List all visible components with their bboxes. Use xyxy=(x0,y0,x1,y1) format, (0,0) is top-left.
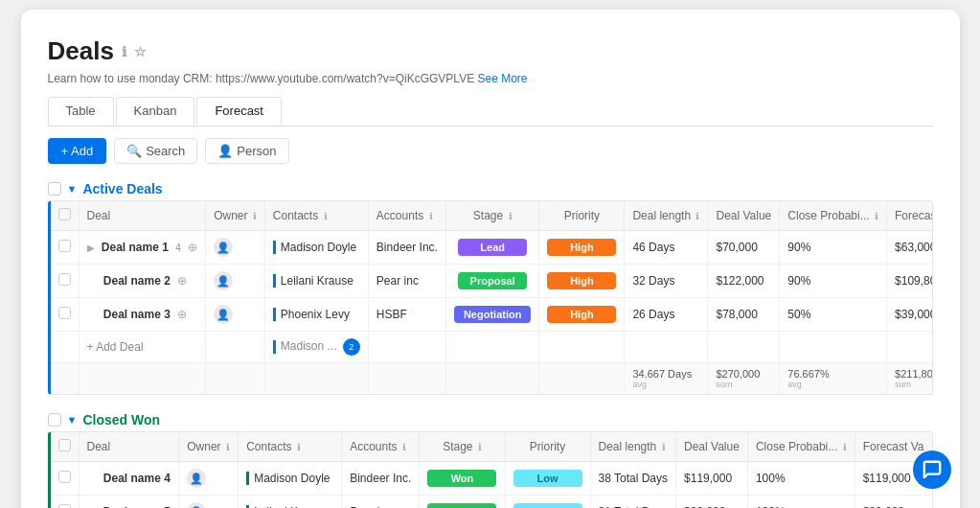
stage-badge[interactable]: Negotiation xyxy=(454,306,532,323)
search-button[interactable]: 🔍 Search xyxy=(114,138,197,164)
accounts-cell: Bindeer Inc. xyxy=(368,231,445,265)
contacts-cell[interactable]: Madison Doyle xyxy=(264,231,368,265)
deal-name[interactable]: Deal name 2 xyxy=(103,274,171,288)
row-checkbox[interactable] xyxy=(58,307,71,319)
star-icon[interactable]: ☆ xyxy=(134,44,147,59)
tab-table[interactable]: Table xyxy=(48,97,114,126)
deal-name-cell: Deal name 4 xyxy=(79,462,179,496)
stage-cell[interactable]: Won xyxy=(420,462,505,496)
active-deals-chevron[interactable]: ▼ xyxy=(67,183,78,195)
deal-name[interactable]: Deal name 1 xyxy=(102,241,169,254)
priority-cell[interactable]: High xyxy=(539,265,625,298)
summary-row-active: 34.667 Daysavg $270,000sum 76.667%avg $2… xyxy=(51,363,933,395)
tab-kanban[interactable]: Kanban xyxy=(116,97,195,126)
th-owner-won: Owner ℹ xyxy=(179,432,239,462)
help-button[interactable] xyxy=(913,450,951,489)
th-value-won: Deal Value xyxy=(676,432,748,462)
accounts-cell: Pear inc xyxy=(342,496,420,509)
stage-badge[interactable]: Won xyxy=(427,503,496,508)
length-cell: 46 Days xyxy=(625,231,708,265)
th-stage-won: Stage ℹ xyxy=(420,432,505,462)
add-button[interactable]: + Add xyxy=(48,138,107,164)
page-title: Deals xyxy=(48,36,114,66)
th-prob-won: Close Probabi... ℹ xyxy=(747,432,855,462)
deal-name-cell: ▶ Deal name 1 4 ⊕ xyxy=(79,231,206,265)
owner-cell: 👤 xyxy=(206,231,265,265)
owner-cell: 👤 xyxy=(206,298,265,332)
contacts-cell[interactable]: Leilani Krause xyxy=(239,496,342,509)
contacts-cell[interactable]: Phoenix Levy xyxy=(264,298,368,332)
tab-forecast[interactable]: Forecast xyxy=(196,97,282,126)
row-checkbox[interactable] xyxy=(58,504,71,508)
active-deals-checkbox[interactable] xyxy=(48,182,61,196)
add-person-icon[interactable]: ⊕ xyxy=(177,308,187,321)
forecast-cell: $89,000 xyxy=(855,496,931,509)
th-deal-active: Deal xyxy=(79,201,206,231)
row-checkbox[interactable] xyxy=(58,471,71,483)
info-icon[interactable]: ℹ xyxy=(122,44,126,59)
contacts-cell[interactable]: Madison Doyle xyxy=(239,462,342,496)
priority-badge[interactable]: High xyxy=(547,239,616,256)
priority-badge[interactable]: High xyxy=(547,306,616,323)
prob-cell: 50% xyxy=(780,298,887,332)
owner-icon: 👤 xyxy=(214,305,233,324)
summary-forecast: $211,80sum xyxy=(887,363,933,395)
table-row: Deal name 2 ⊕ 👤 Leilani Krause Pear inc … xyxy=(51,265,933,298)
add-person-icon[interactable]: ⊕ xyxy=(188,241,197,254)
th-stage-active: Stage ℹ xyxy=(445,201,539,231)
stage-badge[interactable]: Proposal xyxy=(458,272,527,289)
stage-cell[interactable]: Won xyxy=(420,496,505,509)
avatar-circle: 2 xyxy=(343,338,360,356)
stage-badge[interactable]: Won xyxy=(427,470,496,487)
table-row: Deal name 3 ⊕ 👤 Phoenix Levy HSBF Negoti… xyxy=(51,298,933,332)
badge-count: 4 xyxy=(175,242,181,253)
contacts-cell[interactable]: Leilani Krause xyxy=(264,265,368,298)
th-check-won xyxy=(51,432,80,462)
stage-cell[interactable]: Negotiation xyxy=(445,298,539,332)
value-cell: $70,000 xyxy=(708,231,780,265)
row-checkbox[interactable] xyxy=(58,240,71,252)
add-deal-label[interactable]: + Add Deal xyxy=(79,332,206,363)
stage-cell[interactable]: Proposal xyxy=(445,265,539,298)
stage-cell[interactable]: Lead xyxy=(445,231,539,265)
priority-cell[interactable]: Low xyxy=(505,462,590,496)
deal-name[interactable]: Deal name 3 xyxy=(103,308,171,321)
see-more-link[interactable]: See More xyxy=(478,72,528,85)
stage-badge[interactable]: Lead xyxy=(458,239,527,256)
deal-name-cell: Deal name 3 ⊕ xyxy=(79,298,206,332)
add-deal-row[interactable]: + Add Deal Madison ... 2 xyxy=(51,332,933,363)
closed-won-checkbox[interactable] xyxy=(48,413,61,427)
th-contacts-active: Contacts ℹ xyxy=(264,201,368,231)
row-checkbox[interactable] xyxy=(58,273,71,286)
add-person-icon[interactable]: ⊕ xyxy=(177,274,187,288)
owner-icon: 👤 xyxy=(187,469,206,488)
priority-cell[interactable]: Low xyxy=(505,496,590,509)
owner-icon: 👤 xyxy=(187,502,206,508)
page-title-row: Deals ℹ ☆ xyxy=(48,36,933,66)
help-icon xyxy=(922,459,943,480)
priority-cell[interactable]: High xyxy=(539,298,625,332)
contact-bar xyxy=(246,472,249,485)
priority-cell[interactable]: High xyxy=(539,231,625,265)
th-priority-active: Priority xyxy=(539,201,625,231)
active-deals-header: ▼ Active Deals xyxy=(48,181,933,196)
closed-won-chevron[interactable]: ▼ xyxy=(67,414,78,426)
person-button[interactable]: 👤 Person xyxy=(205,138,288,164)
length-cell: 26 Days xyxy=(625,298,708,332)
owner-cell: 👤 xyxy=(206,265,265,298)
contact-bar xyxy=(273,308,276,321)
th-length-active: Deal length ℹ xyxy=(625,201,708,231)
tabs-bar: Table Kanban Forecast xyxy=(48,97,933,127)
active-deals-table: Deal Owner ℹ Contacts ℹ Accounts ℹ Stage… xyxy=(51,201,933,394)
priority-badge[interactable]: Low xyxy=(513,503,582,508)
priority-badge[interactable]: Low xyxy=(513,470,582,487)
table-row: Deal name 5 👤 Leilani Krause Pear inc Wo… xyxy=(51,496,932,509)
accounts-cell: Bindeer Inc. xyxy=(342,462,420,496)
owner-cell: 👤 xyxy=(179,496,239,509)
summary-length: 34.667 Daysavg xyxy=(625,363,708,395)
deal-name-cell: Deal name 2 ⊕ xyxy=(79,265,206,298)
deal-name[interactable]: Deal name 4 xyxy=(103,472,171,485)
expand-icon[interactable]: ▶ xyxy=(87,242,95,253)
subtitle: Learn how to use monday CRM: https://www… xyxy=(48,72,933,85)
priority-badge[interactable]: High xyxy=(547,272,616,289)
